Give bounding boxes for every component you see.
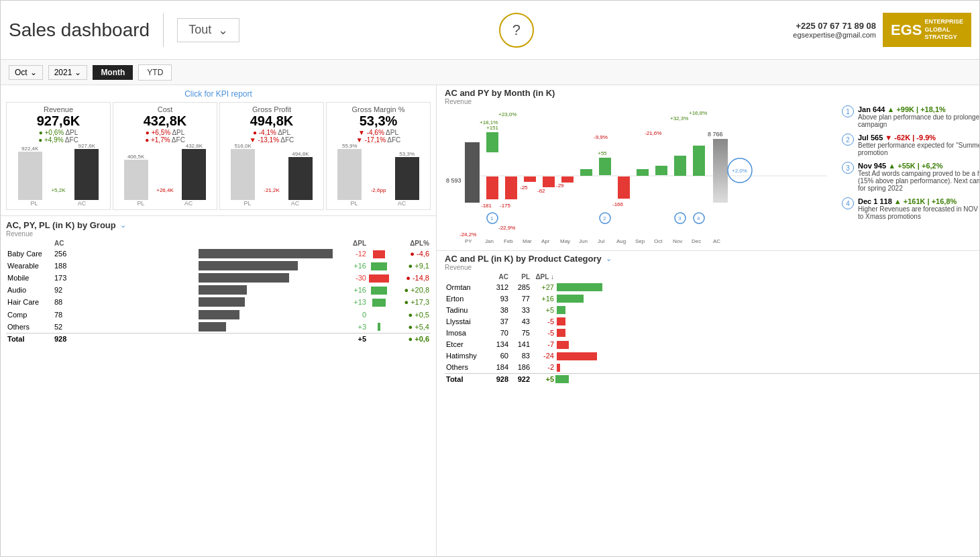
product-metric: Revenue	[445, 264, 979, 271]
svg-text:2: 2	[603, 215, 606, 221]
svg-text:Aug: Aug	[616, 238, 626, 244]
annotation-num: 3	[842, 162, 854, 174]
gp-d1: ● -4,1% ΔPL	[224, 129, 319, 136]
kpi-gross-margin: Gross Margin % 53,3% ▼ -4,6% ΔPL ▼ -17,1…	[326, 102, 431, 210]
svg-text:4: 4	[697, 215, 700, 221]
svg-text:+32,3%: +32,3%	[670, 115, 688, 121]
svg-text:Sep: Sep	[635, 238, 645, 244]
waterfall-chart: 8 593 +151 -181 1	[445, 105, 834, 248]
group-title: AC, PY, PL (in K) by Group	[6, 220, 116, 230]
annotation-item: 3 Nov 945 ▲ +55K | +6,2% Test Ad words c…	[842, 162, 979, 192]
cost-value: 432,8K	[117, 113, 213, 129]
svg-text:-21,6%: -21,6%	[645, 130, 661, 136]
svg-rect-17	[580, 169, 592, 176]
svg-rect-18	[599, 158, 611, 175]
chevron-icon: ⌄	[30, 68, 37, 77]
kpi-cost: Cost 432,8K ● +6,5% ΔPL ● +1,7% ΔFC 406,…	[113, 102, 217, 210]
svg-text:+16,8%: +16,8%	[689, 110, 707, 116]
svg-text:+151: +151	[486, 125, 499, 131]
group-table-row: Others 52 +3 ● +5,4	[6, 321, 431, 334]
svg-rect-24	[637, 169, 649, 176]
group-metric: Revenue	[6, 230, 431, 238]
svg-text:Apr: Apr	[541, 238, 550, 244]
annotation-body: Test Ad words campaing proved to be a hu…	[858, 170, 979, 192]
kpi-gross-profit: Gross Profit 494,8K ● -4,1% ΔPL ▼ -13,1%…	[219, 102, 324, 210]
svg-rect-15	[561, 176, 574, 183]
annotation-num: 1	[842, 105, 854, 117]
company-logo: EGS ENTERPRISEGLOBALSTRATEGY	[883, 13, 971, 47]
question-icon: ?	[512, 21, 521, 39]
group-table-row: Audio 92 +16 ● +20,8	[6, 284, 431, 296]
svg-text:May: May	[560, 238, 570, 244]
dropdown-label: Tout	[188, 23, 211, 37]
ac-py-title: AC and PY by Month (in K)	[445, 88, 979, 98]
annotation-item: 1 Jan 644 ▲ +99K | +18,1% Above plan per…	[842, 105, 979, 128]
cost-d1: ● +6,5% ΔPL	[117, 129, 213, 136]
product-dropdown-icon[interactable]: ⌄	[606, 254, 612, 263]
gm-d1: ▼ -4,6% ΔPL	[331, 129, 426, 136]
svg-text:AC: AC	[713, 238, 720, 244]
group-section: AC, PY, PL (in K) by Group ⌄ Revenue AC …	[1, 219, 436, 346]
svg-text:-25: -25	[520, 185, 528, 191]
svg-rect-32	[713, 139, 728, 203]
annotations-panel: 1 Jan 644 ▲ +99K | +18,1% Above plan per…	[839, 105, 979, 248]
company-info: +225 07 67 71 89 08 egsexpertise@gmail.c…	[793, 21, 876, 39]
ytd-button[interactable]: YTD	[138, 64, 172, 81]
product-table-row: Imosa 70 75 -5 ● -7,2	[445, 327, 979, 338]
svg-text:Jan: Jan	[485, 238, 494, 244]
group-table-row: Comp 78 0 ● +0,5	[6, 308, 431, 320]
annotation-body: Above plan performance due to prolonged …	[858, 113, 979, 128]
gm-barchart: 55,9% -2,6pp 53,3%	[331, 146, 426, 200]
cost-barchart: 406,5K +26,4K 432,8K	[117, 146, 213, 200]
svg-rect-3	[486, 132, 498, 152]
svg-rect-26	[674, 156, 686, 176]
svg-text:+18,1%: +18,1%	[480, 119, 498, 125]
cost-title: Cost	[117, 105, 213, 113]
svg-text:Jun: Jun	[579, 238, 588, 244]
annotation-title: Jan 644 ▲ +99K | +18,1%	[858, 105, 979, 113]
svg-text:+55: +55	[598, 150, 607, 156]
year-value: 2021	[54, 68, 72, 77]
svg-rect-2	[465, 142, 480, 203]
svg-text:Oct: Oct	[654, 238, 663, 244]
product-table-row: Hatimshy 60 83 -24 ● -28,4	[445, 350, 979, 362]
product-table-row: Ormtan 312 285 +27 ● +9,5	[445, 281, 979, 293]
revenue-value: 927,6K	[11, 113, 106, 129]
product-section: AC and PL (in K) by Product Category ⌄ R…	[437, 251, 979, 557]
help-button[interactable]: ?	[499, 13, 534, 48]
group-dropdown-icon[interactable]: ⌄	[120, 221, 126, 230]
svg-text:+2,0%: +2,0%	[732, 168, 747, 174]
svg-rect-22	[618, 176, 630, 199]
gp-title: Gross Profit	[224, 105, 319, 113]
month-value: Oct	[15, 68, 28, 77]
chevron-down-icon: ⌄	[218, 23, 228, 38]
svg-rect-25	[655, 166, 667, 175]
svg-text:-175: -175	[500, 203, 511, 209]
kpi-link[interactable]: Click for KPI report	[6, 88, 431, 100]
divider	[163, 13, 164, 47]
annotation-body: Higher Revenues are forecasted in NOV an…	[858, 205, 979, 220]
group-table-row: Mobile 173 -30 ● -14,8	[6, 272, 431, 284]
product-table-row: Etcer 134 141 -7 ● -4,8	[445, 338, 979, 350]
month-button[interactable]: Month	[93, 65, 133, 80]
svg-text:Jul: Jul	[598, 238, 604, 244]
year-selector[interactable]: 2021 ⌄	[48, 65, 88, 80]
svg-rect-29	[693, 146, 705, 176]
annotation-item: 2 Jul 565 ▼ -62K | -9.9% Better performa…	[842, 134, 979, 156]
ac-py-metric: Revenue	[445, 98, 979, 105]
svg-text:+23,0%: +23,0%	[498, 111, 516, 117]
svg-text:-24,2%: -24,2%	[459, 232, 476, 238]
annotation-body: Better performance expected for "Summer …	[858, 142, 979, 156]
svg-text:Nov: Nov	[673, 238, 682, 244]
product-table-row: Tadinu 38 33 +5 ● +16,6	[445, 304, 979, 315]
svg-text:1: 1	[490, 215, 494, 221]
tout-dropdown[interactable]: Tout ⌄	[177, 18, 239, 42]
kpi-revenue: Revenue 927,6K ● +0,6% ΔPL ● +4,9% ΔFC 9…	[6, 102, 111, 210]
group-table-row: Wearable 188 +16 ● +9,1	[6, 260, 431, 272]
product-table: AC PL ΔPL ↓ ΔPL% Ormtan 312 285 +27 ● +9…	[445, 272, 979, 385]
month-selector[interactable]: Oct ⌄	[9, 65, 43, 80]
gp-barchart: 516,0K -21,2K 494,8K	[224, 146, 319, 200]
svg-rect-5	[486, 176, 498, 199]
annotation-num: 2	[842, 134, 854, 146]
revenue-barchart: 922,4K +5,2K 927,6K	[11, 146, 106, 200]
